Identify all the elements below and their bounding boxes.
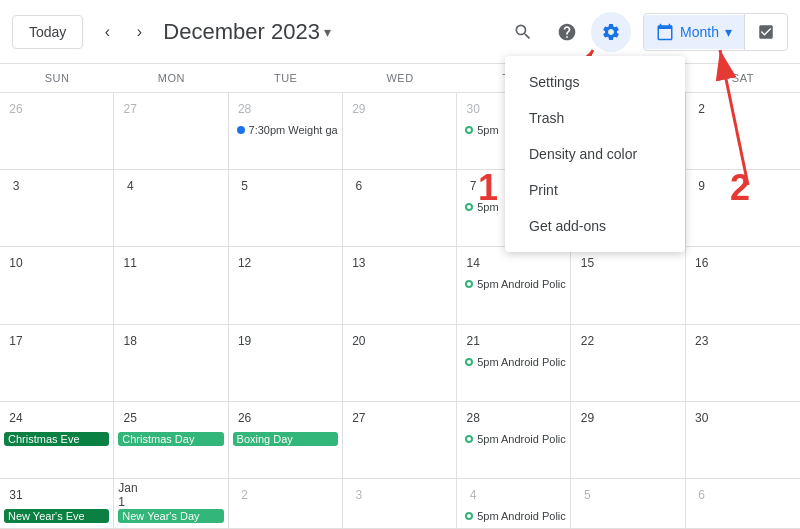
calendar-cell[interactable]: 2 <box>229 479 343 529</box>
calendar-event[interactable]: Christmas Eve <box>4 432 109 446</box>
day-number[interactable]: 27 <box>118 97 142 121</box>
calendar-cell[interactable]: 29 <box>571 402 685 479</box>
menu-item[interactable]: Get add-ons <box>505 208 685 244</box>
day-number[interactable]: 23 <box>690 329 714 353</box>
calendar-event[interactable]: 5pm Android Police all har <box>461 355 566 369</box>
day-number[interactable]: 19 <box>233 329 257 353</box>
calendar-cell[interactable]: 4 <box>114 170 228 247</box>
menu-item[interactable]: Density and color <box>505 136 685 172</box>
calendar-cell[interactable]: 11 <box>114 247 228 324</box>
calendar-cell[interactable]: 20 <box>343 325 457 402</box>
calendar-event[interactable]: New Year's Eve <box>4 509 109 523</box>
calendar-cell[interactable]: 29 <box>343 93 457 170</box>
calendar-cell[interactable]: 25Christmas Day <box>114 402 228 479</box>
calendar-cell[interactable]: 19 <box>229 325 343 402</box>
day-number[interactable]: 11 <box>118 251 142 275</box>
calendar-cell[interactable]: 10 <box>0 247 114 324</box>
day-number[interactable]: 30 <box>690 406 714 430</box>
day-number[interactable]: 4 <box>461 483 485 507</box>
calendar-event[interactable]: 7:30pm Weight gain! <box>233 123 338 137</box>
month-dropdown-arrow[interactable]: ▾ <box>324 24 331 40</box>
day-number[interactable]: 7 <box>461 174 485 198</box>
calendar-cell[interactable]: 18 <box>114 325 228 402</box>
calendar-cell[interactable]: 215pm Android Police all har <box>457 325 571 402</box>
next-button[interactable]: › <box>123 16 155 48</box>
day-number[interactable]: 25 <box>118 406 142 430</box>
day-number[interactable]: 6 <box>690 483 714 507</box>
tasks-view-button[interactable] <box>745 15 787 49</box>
calendar-cell[interactable]: 31New Year's Eve <box>0 479 114 529</box>
calendar-cell[interactable]: 5 <box>229 170 343 247</box>
calendar-cell[interactable]: 26 <box>0 93 114 170</box>
calendar-cell[interactable]: 45pm Android Police all har <box>457 479 571 529</box>
calendar-cell[interactable]: 6 <box>343 170 457 247</box>
day-number[interactable]: 12 <box>233 251 257 275</box>
menu-item[interactable]: Trash <box>505 100 685 136</box>
today-button[interactable]: Today <box>12 15 83 49</box>
search-button[interactable] <box>503 12 543 52</box>
day-number[interactable]: 3 <box>347 483 371 507</box>
calendar-cell[interactable]: 12 <box>229 247 343 324</box>
calendar-cell[interactable]: 3 <box>0 170 114 247</box>
calendar-event[interactable]: 5pm Android Police all har <box>461 432 566 446</box>
calendar-event[interactable]: Boxing Day <box>233 432 338 446</box>
calendar-cell[interactable]: 24Christmas Eve <box>0 402 114 479</box>
day-number[interactable]: 9 <box>690 174 714 198</box>
day-number[interactable]: 15 <box>575 251 599 275</box>
calendar-event[interactable]: 5pm Android Police all har <box>461 277 566 291</box>
day-number[interactable]: 30 <box>461 97 485 121</box>
day-number[interactable]: 10 <box>4 251 28 275</box>
day-number[interactable]: 14 <box>461 251 485 275</box>
day-number[interactable]: 29 <box>575 406 599 430</box>
day-number[interactable]: 26 <box>4 97 28 121</box>
calendar-cell[interactable]: Jan 1New Year's Day <box>114 479 228 529</box>
day-number[interactable]: 3 <box>4 174 28 198</box>
calendar-event[interactable]: New Year's Day <box>118 509 223 523</box>
day-number[interactable]: 24 <box>4 406 28 430</box>
calendar-cell[interactable]: 26Boxing Day <box>229 402 343 479</box>
day-number[interactable]: 5 <box>575 483 599 507</box>
calendar-cell[interactable]: 16 <box>686 247 800 324</box>
day-number[interactable]: 6 <box>347 174 371 198</box>
help-button[interactable] <box>547 12 587 52</box>
day-number[interactable]: 18 <box>118 329 142 353</box>
month-view-button[interactable]: Month ▾ <box>644 15 744 49</box>
calendar-cell[interactable]: 30 <box>686 402 800 479</box>
calendar-cell[interactable]: 23 <box>686 325 800 402</box>
calendar-cell[interactable]: 9 <box>686 170 800 247</box>
calendar-cell[interactable]: 145pm Android Police all har <box>457 247 571 324</box>
day-number[interactable]: 4 <box>118 174 142 198</box>
calendar-cell[interactable]: 15 <box>571 247 685 324</box>
day-number[interactable]: 13 <box>347 251 371 275</box>
day-number[interactable]: 28 <box>461 406 485 430</box>
calendar-cell[interactable]: 6 <box>686 479 800 529</box>
calendar-cell[interactable]: 285pm Android Police all har <box>457 402 571 479</box>
day-number[interactable]: 5 <box>233 174 257 198</box>
calendar-cell[interactable]: 2 <box>686 93 800 170</box>
calendar-cell[interactable]: 3 <box>343 479 457 529</box>
day-number[interactable]: 21 <box>461 329 485 353</box>
day-number[interactable]: 22 <box>575 329 599 353</box>
day-number[interactable]: 2 <box>233 483 257 507</box>
calendar-event[interactable]: 5pm Android Police all har <box>461 509 566 523</box>
calendar-cell[interactable]: 17 <box>0 325 114 402</box>
menu-item[interactable]: Print <box>505 172 685 208</box>
calendar-cell[interactable]: 22 <box>571 325 685 402</box>
calendar-cell[interactable]: 287:30pm Weight gain! <box>229 93 343 170</box>
calendar-event[interactable]: Christmas Day <box>118 432 223 446</box>
day-number[interactable]: 28 <box>233 97 257 121</box>
calendar-cell[interactable]: 27 <box>343 402 457 479</box>
day-number[interactable]: 20 <box>347 329 371 353</box>
calendar-cell[interactable]: 5 <box>571 479 685 529</box>
menu-item[interactable]: Settings <box>505 64 685 100</box>
day-number[interactable]: Jan 1 <box>118 483 142 507</box>
day-number[interactable]: 26 <box>233 406 257 430</box>
day-number[interactable]: 29 <box>347 97 371 121</box>
day-number[interactable]: 2 <box>690 97 714 121</box>
day-number[interactable]: 27 <box>347 406 371 430</box>
calendar-cell[interactable]: 13 <box>343 247 457 324</box>
day-number[interactable]: 16 <box>690 251 714 275</box>
day-number[interactable]: 31 <box>4 483 28 507</box>
settings-button[interactable] <box>591 12 631 52</box>
calendar-cell[interactable]: 27 <box>114 93 228 170</box>
